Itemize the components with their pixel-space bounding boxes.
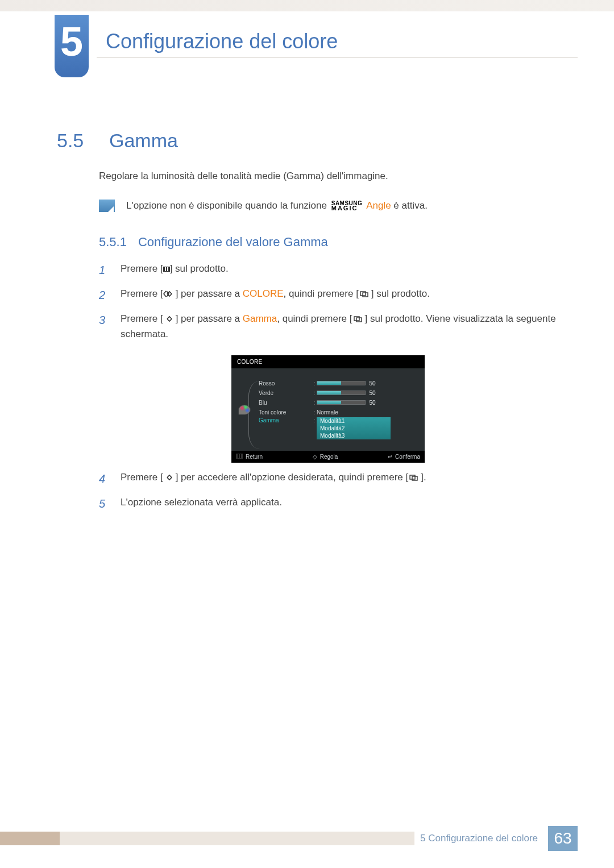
t: Premere [ xyxy=(121,472,163,483)
osd-label: Blu xyxy=(259,400,312,406)
osd-value: 50 xyxy=(366,380,379,387)
enter-icon xyxy=(359,290,371,297)
slider-bar xyxy=(317,391,366,395)
page-number-box: 63 xyxy=(548,826,578,851)
gamma-option: Modalità1 xyxy=(317,417,391,425)
t: ] per passare a xyxy=(176,288,243,299)
osd-label: Toni colore xyxy=(259,409,312,416)
osd-value: 50 xyxy=(366,400,379,406)
osd-footer-confirm: ↵ Conferma xyxy=(388,454,420,460)
step-body: Premere [] per passare a COLORE, quindi … xyxy=(121,286,557,304)
note-prefix: L'opzione non è disponibile quando la fu… xyxy=(126,200,327,211)
osd-row-gamma: Gamma : Modalità1 Modalità2 Modalità3 xyxy=(259,417,417,439)
step-body: Premere [] sul prodotto. xyxy=(121,261,557,279)
label: Return xyxy=(246,454,263,460)
step-1: 1 Premere [] sul prodotto. xyxy=(99,261,557,279)
enter-icon xyxy=(352,315,365,322)
osd-title: COLORE xyxy=(231,355,425,368)
up-down-icon xyxy=(163,474,176,481)
magic-bottom: MAGIC xyxy=(331,205,358,211)
up-down-icon xyxy=(163,290,176,297)
colon: : xyxy=(312,390,317,396)
step-body: Premere [] per accedere all'opzione desi… xyxy=(121,470,557,488)
t: ] sul prodotto. xyxy=(170,263,229,274)
t: Premere [ xyxy=(121,288,163,299)
t: ] per accedere all'opzione desiderata, q… xyxy=(176,472,409,483)
osd-footer-adjust: ◇ Regola xyxy=(313,454,338,460)
step-number: 3 xyxy=(99,311,110,342)
t: ] sul prodotto. xyxy=(371,288,430,299)
section-heading: 5.5 Gamma xyxy=(57,130,557,152)
steps-list: 1 Premere [] sul prodotto. 2 Premere [] … xyxy=(57,261,557,513)
osd-value: 50 xyxy=(366,390,379,396)
osd-footer-return: Return xyxy=(236,454,263,460)
osd-row-verde: Verde : 50 xyxy=(259,388,417,398)
gamma-options-dropdown: Modalità1 Modalità2 Modalità3 xyxy=(317,417,391,439)
slider-bar xyxy=(317,400,366,405)
label: Regola xyxy=(320,454,338,460)
page-footer: 5 Configurazione del colore 63 xyxy=(0,826,614,851)
chapter-header: 5 Configurazione del colore xyxy=(0,15,614,77)
samsung-magic-badge: SAMSUNG MAGIC xyxy=(331,201,363,211)
colon: : xyxy=(312,409,317,416)
step-body: Premere [] per passare a Gamma, quindi p… xyxy=(121,311,557,342)
colon: : xyxy=(312,417,317,423)
t: , quindi premere [ xyxy=(284,288,359,299)
step-number: 4 xyxy=(99,470,110,488)
label: Conferma xyxy=(395,454,420,460)
enter-icon xyxy=(408,474,421,481)
note-icon xyxy=(99,200,115,212)
section-title: Gamma xyxy=(109,130,178,152)
note-angle: Angle xyxy=(366,200,391,211)
t: Premere [ xyxy=(121,313,163,324)
t: ] per passare a xyxy=(176,313,243,324)
step-5: 5 L'opzione selezionata verrà applicata. xyxy=(99,495,557,513)
slider-bar xyxy=(317,381,366,385)
gamma-option: Modalità3 xyxy=(317,432,391,439)
step-number: 2 xyxy=(99,286,110,304)
adjust-icon: ◇ xyxy=(313,454,317,460)
note-row: L'opzione non è disponibile quando la fu… xyxy=(57,200,557,212)
t: ]. xyxy=(421,472,426,483)
osd-label: Verde xyxy=(259,390,312,396)
osd-row-rosso: Rosso : 50 xyxy=(259,379,417,388)
note-suffix: è attiva. xyxy=(393,200,428,211)
footer-bar xyxy=(60,832,414,845)
keyword: COLORE xyxy=(243,288,284,299)
up-down-icon xyxy=(163,315,176,322)
step-number: 1 xyxy=(99,261,110,279)
chapter-number-box: 5 xyxy=(55,15,89,77)
osd-body: Rosso : 50 Verde : 50 Blu xyxy=(231,368,425,451)
subsection-heading: 5.5.1 Configurazione del valore Gamma xyxy=(57,235,557,250)
colon: : xyxy=(312,400,317,406)
subsection-title: Configurazione del valore Gamma xyxy=(138,235,328,250)
menu-icon xyxy=(163,267,170,272)
step-2: 2 Premere [] per passare a COLORE, quind… xyxy=(99,286,557,304)
palette-icon xyxy=(238,405,251,415)
osd-panel: COLORE Rosso : 50 Verde xyxy=(231,355,425,463)
t: Premere [ xyxy=(121,263,163,274)
subsection-number: 5.5.1 xyxy=(99,235,127,250)
step-body: L'opzione selezionata verrà applicata. xyxy=(121,495,557,513)
colon: : xyxy=(312,380,317,387)
section-number: 5.5 xyxy=(57,130,93,152)
osd-icon-column xyxy=(237,379,254,439)
keyword: Gamma xyxy=(243,313,277,324)
gamma-option: Modalità2 xyxy=(317,425,391,432)
chapter-title: Configurazione del colore xyxy=(89,15,614,77)
osd-row-blu: Blu : 50 xyxy=(259,398,417,408)
step-4: 4 Premere [] per accedere all'opzione de… xyxy=(99,470,557,488)
menu-icon xyxy=(236,454,243,460)
note-text: L'opzione non è disponibile quando la fu… xyxy=(126,200,428,211)
enter-icon: ↵ xyxy=(388,454,392,460)
osd-arc xyxy=(248,381,260,449)
osd-footer: Return ◇ Regola ↵ Conferma xyxy=(231,451,425,463)
t: , quindi premere [ xyxy=(277,313,352,324)
step-number: 5 xyxy=(99,495,110,513)
step-3: 3 Premere [] per passare a Gamma, quindi… xyxy=(99,311,557,342)
intro-text: Regolare la luminosità delle tonalità me… xyxy=(57,169,557,184)
osd-label: Rosso xyxy=(259,380,312,387)
osd-value: Normale xyxy=(317,409,338,416)
top-decorative-bar xyxy=(0,0,614,11)
osd-row-toni: Toni colore : Normale xyxy=(259,408,417,417)
